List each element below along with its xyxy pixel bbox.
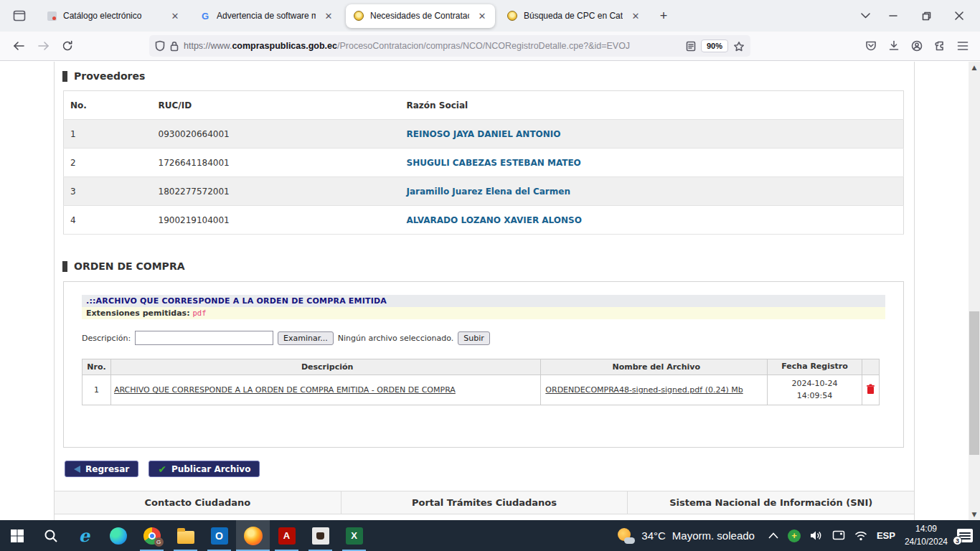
account-icon[interactable] bbox=[911, 40, 923, 52]
browse-file-button[interactable]: Examinar... bbox=[278, 331, 334, 345]
windows-logo-icon bbox=[10, 529, 24, 543]
delete-trash-icon[interactable] bbox=[866, 384, 875, 395]
taskbar-chrome[interactable]: G bbox=[135, 520, 169, 551]
taskbar-outlook[interactable]: O bbox=[202, 520, 236, 551]
publicar-archivo-button[interactable]: ✔ Publicar Archivo bbox=[149, 461, 260, 477]
display-connect-tray-icon[interactable] bbox=[832, 530, 845, 541]
col-header-no: No. bbox=[64, 91, 152, 120]
firefox-view-button[interactable] bbox=[7, 5, 32, 27]
tab-catalogo-electronico[interactable]: Catálogo electrónico ✕ bbox=[39, 4, 188, 28]
table-row: 1 ARCHIVO QUE CORRESPONDE A LA ORDEN DE … bbox=[83, 375, 880, 405]
taskbar-weather-widget[interactable]: 34°C Mayorm. soleado bbox=[612, 528, 759, 544]
reload-button[interactable] bbox=[56, 35, 79, 57]
files-header-row: Nro. Descripción Nombre del Archivo Fech… bbox=[83, 359, 880, 375]
taskbar-excel[interactable]: X bbox=[337, 520, 371, 551]
col-header-nro: Nro. bbox=[83, 359, 111, 375]
window-minimize-button[interactable] bbox=[877, 0, 910, 32]
check-icon: ✔ bbox=[158, 464, 166, 474]
scrollbar-thumb[interactable] bbox=[969, 311, 979, 455]
file-nro: 1 bbox=[83, 375, 111, 405]
volume-icon[interactable] bbox=[810, 530, 823, 541]
taskbar-search-button[interactable] bbox=[34, 520, 67, 551]
firefox-icon bbox=[244, 527, 263, 545]
file-description-link[interactable]: ARCHIVO QUE CORRESPONDE A LA ORDEN DE CO… bbox=[114, 385, 456, 395]
scroll-up-arrow[interactable]: ▲ bbox=[969, 62, 980, 73]
bookmark-star-icon[interactable] bbox=[733, 41, 745, 52]
provider-no: 4 bbox=[64, 206, 152, 235]
start-button[interactable] bbox=[0, 520, 34, 551]
file-register-date: 2024-10-2414:09:54 bbox=[768, 375, 862, 405]
footer-link-portal-tramites[interactable]: Portal Trámites Ciudadanos bbox=[341, 491, 628, 514]
upload-row: Descripción: Examinar... Ningún archivo … bbox=[82, 331, 885, 345]
vertical-scrollbar[interactable]: ▲ ▼ bbox=[969, 62, 980, 520]
back-arrow-icon bbox=[74, 466, 80, 473]
zoom-level-indicator[interactable]: 90% bbox=[701, 39, 728, 52]
taskbar-acrobat[interactable]: A bbox=[270, 520, 303, 551]
provider-ruc: 1900219104001 bbox=[152, 206, 400, 235]
provider-name-link[interactable]: REINOSO JAYA DANIEL ANTONIO bbox=[407, 129, 561, 139]
padlock-icon[interactable] bbox=[170, 41, 179, 52]
provider-no: 2 bbox=[64, 149, 152, 177]
tab-close-icon[interactable]: ✕ bbox=[321, 9, 336, 23]
scroll-down-arrow[interactable]: ▼ bbox=[969, 509, 980, 520]
tab-advertencia-software[interactable]: G Advertencia de software malici ✕ bbox=[192, 4, 341, 28]
url-text[interactable]: https://www.compraspublicas.gob.ec/Proce… bbox=[184, 41, 681, 51]
window-close-button[interactable] bbox=[943, 0, 976, 32]
section-title-text: Proveedores bbox=[74, 70, 145, 82]
taskbar-java-app[interactable] bbox=[303, 520, 337, 551]
window-restore-button[interactable] bbox=[910, 0, 943, 32]
tab-close-icon[interactable]: ✕ bbox=[475, 9, 489, 23]
weather-temperature: 34°C bbox=[641, 529, 666, 542]
downloads-icon[interactable] bbox=[888, 40, 900, 52]
provider-name-link[interactable]: SHUGULI CABEZAS ESTEBAN MATEO bbox=[407, 158, 581, 168]
wifi-icon[interactable] bbox=[854, 531, 867, 541]
taskbar-file-explorer[interactable] bbox=[169, 520, 202, 551]
new-tab-button[interactable]: + bbox=[653, 5, 674, 27]
publicar-label: Publicar Archivo bbox=[171, 464, 251, 474]
provider-ruc: 1726641184001 bbox=[152, 149, 400, 177]
tab-close-icon[interactable]: ✕ bbox=[168, 9, 182, 23]
provider-name-link[interactable]: Jaramillo Juarez Elena del Carmen bbox=[407, 187, 570, 197]
provider-name-link[interactable]: ALVARADO LOZANO XAVIER ALONSO bbox=[407, 215, 582, 225]
provider-no: 3 bbox=[64, 177, 152, 206]
action-center-icon[interactable]: 3 bbox=[957, 529, 973, 542]
footer-link-contacto-ciudadano[interactable]: Contacto Ciudadano bbox=[55, 491, 341, 514]
purchase-order-panel: .::ARCHIVO QUE CORRESPONDE A LA ORDEN DE… bbox=[63, 281, 904, 448]
tray-chevron-up-icon[interactable] bbox=[768, 532, 778, 539]
taskbar-edge[interactable] bbox=[101, 520, 135, 551]
tab-necesidades-contratacion[interactable]: Necesidades de Contratación y ✕ bbox=[346, 4, 495, 28]
reader-view-icon[interactable] bbox=[686, 41, 696, 52]
address-bar[interactable]: https://www.compraspublicas.gob.ec/Proce… bbox=[149, 35, 750, 57]
forward-button[interactable] bbox=[32, 35, 55, 57]
tracking-protection-shield-icon[interactable] bbox=[155, 40, 165, 52]
col-header-fecha-registro: Fecha Registro bbox=[768, 359, 862, 375]
catalog-site-icon bbox=[46, 10, 57, 22]
taskbar-internet-explorer[interactable]: e bbox=[67, 520, 101, 551]
col-header-razon-social: Razón Social bbox=[400, 91, 904, 120]
tab-busqueda-cpc[interactable]: Búsqueda de CPC en Catálogo ✕ bbox=[499, 4, 649, 28]
pocket-icon[interactable] bbox=[865, 40, 877, 52]
outlook-icon: O bbox=[211, 527, 228, 545]
system-tray: 34°C Mayorm. soleado ESP 14:0924/10/2024… bbox=[612, 520, 980, 551]
menu-hamburger-icon[interactable] bbox=[957, 41, 969, 51]
back-button[interactable] bbox=[7, 35, 30, 57]
description-input[interactable] bbox=[135, 331, 273, 345]
list-all-tabs-button[interactable] bbox=[854, 13, 877, 19]
footer-link-sni[interactable]: Sistema Nacional de Información (SNI) bbox=[628, 491, 914, 514]
tab-close-icon[interactable]: ✕ bbox=[628, 9, 643, 23]
upload-button[interactable]: Subir bbox=[458, 331, 490, 345]
provider-ruc: 1802277572001 bbox=[152, 177, 400, 206]
col-header-nombre-archivo: Nombre del Archivo bbox=[541, 359, 768, 375]
table-row: 2 1726641184001 SHUGULI CABEZAS ESTEBAN … bbox=[64, 149, 904, 177]
regresar-button[interactable]: Regresar bbox=[65, 461, 138, 477]
allowed-extensions-row: Extensiones pemitidas:pdf bbox=[82, 307, 885, 319]
col-header-descripcion: Descripción bbox=[110, 359, 540, 375]
antivirus-tray-icon[interactable] bbox=[788, 529, 801, 542]
chrome-icon: G bbox=[143, 527, 161, 545]
extensions-icon[interactable] bbox=[934, 40, 946, 52]
keyboard-language-indicator[interactable]: ESP bbox=[877, 530, 895, 541]
file-name-link[interactable]: ORDENDECOMPRA48-signed-signed.pdf (0.24)… bbox=[545, 385, 743, 395]
taskbar-firefox-active[interactable] bbox=[236, 520, 270, 551]
taskbar-clock[interactable]: 14:0924/10/2024 bbox=[905, 523, 948, 548]
tab-title: Búsqueda de CPC en Catálogo bbox=[524, 11, 623, 21]
